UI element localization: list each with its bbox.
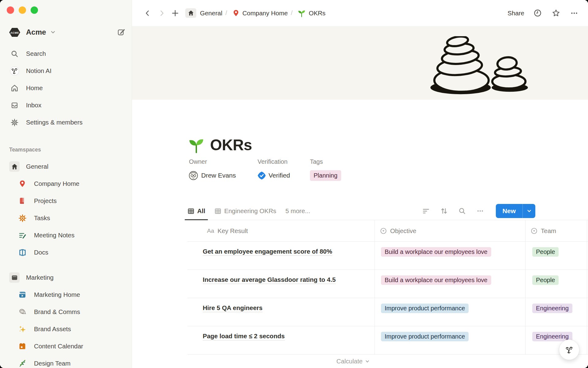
sidebar-item-label: Search [26,50,46,57]
sidebar-teamspace-marketing[interactable]: Marketing [0,269,132,286]
sidebar-item-label: Content Calendar [34,343,83,350]
notion-ai-button[interactable] [559,339,579,360]
sidebar-item-tasks[interactable]: Tasks [0,209,132,227]
team-tag[interactable]: People [532,247,559,257]
minimize-window-button[interactable] [19,6,26,14]
workspace-switcher[interactable]: ACME Acme [7,26,126,38]
objective-tag[interactable]: Build a workplace our employees love [381,275,491,285]
sidebar-item-brand-assets[interactable]: Brand Assets [0,320,132,338]
sidebar-item-label: Company Home [34,180,79,187]
select-property-icon [530,227,538,235]
sidebar-item-content-calendar[interactable]: Content Calendar [0,338,132,355]
sidebar-teamspace-general[interactable]: General [0,158,132,175]
column-header-team[interactable]: Team [525,220,587,241]
sidebar-item-brand-comms[interactable]: Brand & Comms [0,303,132,320]
property-label: Owner [189,158,258,167]
more-options-icon[interactable] [569,8,579,18]
breadcrumb-general[interactable]: General [185,8,222,18]
tag-planning: Planning [310,170,341,181]
breadcrumb-separator: / [291,10,293,17]
key-result-link[interactable]: Increase our average Glassdoor rating to… [203,276,336,284]
main-area: General / Company Home / OKRs [132,0,588,368]
view-tab-all[interactable]: All [187,202,205,220]
forward-icon[interactable] [156,8,167,18]
chevron-down-icon [365,359,370,364]
objective-tag[interactable]: Build a workplace our employees love [381,247,491,257]
column-header-objective[interactable]: Objective [375,220,525,241]
sidebar-item-design-team[interactable]: Design Team [0,355,132,368]
house-icon [185,8,196,18]
filter-icon[interactable] [422,207,430,215]
share-button[interactable]: Share [507,10,524,17]
column-header-label: Key Result [217,227,248,235]
select-property-icon [380,227,387,235]
sidebar-item-docs[interactable]: Docs [0,244,132,261]
add-page-icon[interactable] [170,8,180,18]
favorite-star-icon[interactable] [551,8,561,18]
sidebar-item-notion-ai[interactable]: Notion AI [0,62,132,79]
sidebar-item-projects[interactable]: Projects [0,192,132,209]
back-icon[interactable] [142,8,153,18]
notes-icon [17,230,28,240]
new-button[interactable]: New [496,204,522,218]
page-cover[interactable] [132,26,588,100]
view-tab-engineering-okrs[interactable]: Engineering OKRs [214,202,276,220]
workspace-name: Acme [26,28,46,36]
breadcrumb-okrs[interactable]: OKRs [297,9,326,17]
gear-icon [9,117,20,128]
sidebar-item-marketing-home[interactable]: Marketing Home [0,286,132,303]
updates-clock-icon[interactable] [532,8,543,18]
view-tab-label: Engineering OKRs [224,207,276,215]
sort-icon[interactable] [440,207,448,215]
sidebar-item-meeting-notes[interactable]: Meeting Notes [0,227,132,244]
new-dropdown-button[interactable] [522,204,535,218]
chevron-down-icon [527,209,532,213]
breadcrumb-company-home[interactable]: Company Home [232,9,288,17]
new-button-group: New [496,204,535,218]
breadcrumb-label: Company Home [243,10,288,17]
property-verification-value[interactable]: Verified [258,170,310,181]
teamspaces-section-label: Teamspaces [0,145,132,154]
calculate-button[interactable]: Calculate [187,358,375,365]
column-header-key-result[interactable]: Aa Key Result [187,220,375,241]
window-controls [7,6,38,14]
text-property-icon: Aa [207,228,214,234]
sidebar-item-label: Design Team [34,360,70,367]
sidebar-item-label: Brand & Comms [34,308,80,316]
notion-window: ACME Acme Search [0,0,588,368]
more-views-button[interactable]: 5 more... [285,207,310,215]
key-result-link[interactable]: Get an employee engagement score of 80% [203,248,332,256]
breadcrumb-separator: / [225,10,227,17]
team-tag[interactable]: Engineering [532,304,572,313]
property-tags: Tags Planning [310,158,341,181]
key-result-link[interactable]: Page load time ≤ 2 seconds [203,332,285,340]
wheel-icon [17,213,28,223]
topbar: General / Company Home / OKRs [132,0,588,26]
table-header-row: Aa Key Result Objective Team [187,220,588,242]
sidebar-item-search[interactable]: Search [0,45,132,62]
search-icon[interactable] [458,207,466,215]
close-window-button[interactable] [7,6,14,14]
sidebar-item-home[interactable]: Home [0,79,132,97]
property-tags-value[interactable]: Planning [310,170,341,181]
property-owner-value[interactable]: Drew Evans [189,170,258,181]
shell-icon [17,307,28,317]
objective-tag[interactable]: Improve product performance [381,332,469,341]
view-tab-label: All [197,207,205,215]
zoom-window-button[interactable] [31,6,38,14]
search-icon [9,48,20,59]
view-options-icon[interactable] [476,207,484,215]
sidebar-item-company-home[interactable]: Company Home [0,175,132,192]
sidebar-item-label: Home [26,84,43,92]
page-title[interactable]: OKRs [210,136,252,154]
sidebar-item-settings[interactable]: Settings & members [0,114,132,131]
team-tag[interactable]: People [532,275,559,285]
seedling-icon[interactable] [187,136,205,154]
objective-tag[interactable]: Improve product performance [381,304,469,313]
seedling-icon [297,9,306,17]
key-result-link[interactable]: Hire 5 QA engineers [203,304,262,312]
compose-icon[interactable] [117,28,126,36]
sidebar-item-label: General [26,163,48,170]
sidebar-item-inbox[interactable]: Inbox [0,97,132,114]
sidebar-item-label: Inbox [26,102,41,109]
